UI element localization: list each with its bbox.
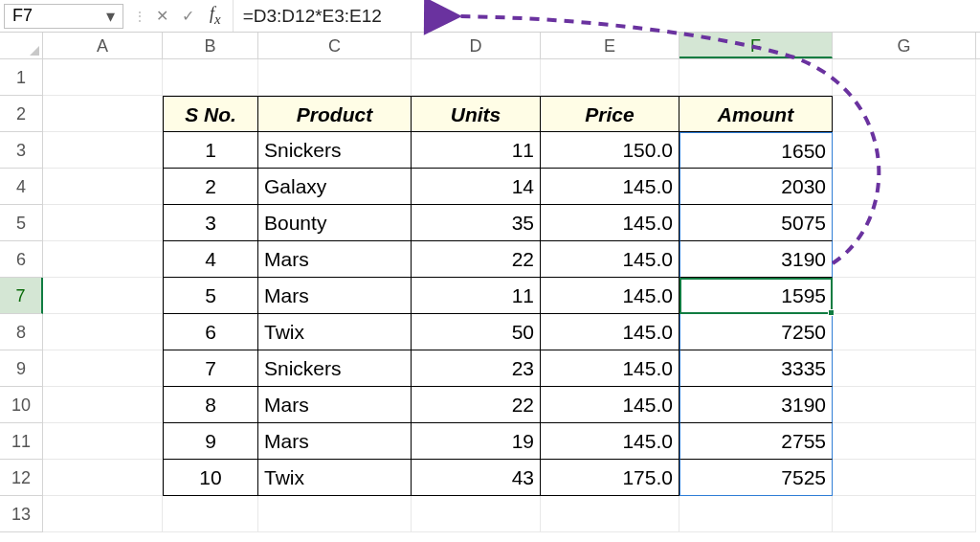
cell-product[interactable]: Bounty xyxy=(258,205,412,241)
cell[interactable] xyxy=(258,496,412,532)
cell-price[interactable]: 145.0 xyxy=(541,205,679,241)
row-header[interactable]: 8 xyxy=(0,314,43,350)
row-header[interactable]: 10 xyxy=(0,387,43,423)
cell-units[interactable]: 43 xyxy=(412,460,541,496)
cell[interactable] xyxy=(833,387,976,423)
cell-price[interactable]: 145.0 xyxy=(541,241,679,278)
header-product[interactable]: Product xyxy=(258,96,412,132)
cell-amount[interactable]: 7250 xyxy=(679,314,833,350)
cell-product[interactable]: Mars xyxy=(258,423,412,460)
cell-sno[interactable]: 6 xyxy=(163,314,258,350)
cell-amount[interactable]: 3190 xyxy=(679,241,833,278)
cell[interactable] xyxy=(833,59,976,96)
cell-product[interactable]: Twix xyxy=(258,314,412,350)
cell[interactable] xyxy=(833,132,976,169)
cell-price[interactable]: 145.0 xyxy=(541,387,679,423)
cell[interactable] xyxy=(163,59,258,96)
cell-amount[interactable]: 7525 xyxy=(679,460,833,496)
cell-units[interactable]: 50 xyxy=(412,314,541,350)
cell[interactable] xyxy=(679,496,833,532)
cell-product[interactable]: Snickers xyxy=(258,132,412,169)
cell-units[interactable]: 14 xyxy=(412,169,541,205)
cell[interactable] xyxy=(43,205,163,241)
col-header-G[interactable]: G xyxy=(833,33,976,58)
cell-amount[interactable]: 2030 xyxy=(679,169,833,205)
cell-amount[interactable]: 1650 xyxy=(679,132,833,169)
cell[interactable] xyxy=(43,241,163,278)
cell-price[interactable]: 175.0 xyxy=(541,460,679,496)
cell-units[interactable]: 11 xyxy=(412,132,541,169)
header-price[interactable]: Price xyxy=(541,96,679,132)
cell-price[interactable]: 145.0 xyxy=(541,169,679,205)
cell[interactable] xyxy=(163,496,258,532)
row-header[interactable]: 11 xyxy=(0,423,43,460)
cell-sno[interactable]: 5 xyxy=(163,278,258,314)
cell-product[interactable]: Mars xyxy=(258,387,412,423)
row-header[interactable]: 12 xyxy=(0,460,43,496)
cell[interactable] xyxy=(43,496,163,532)
cell[interactable] xyxy=(258,59,412,96)
cell-sno[interactable]: 10 xyxy=(163,460,258,496)
cell[interactable] xyxy=(541,59,679,96)
cell-product[interactable]: Galaxy xyxy=(258,169,412,205)
col-header-F[interactable]: F xyxy=(679,33,833,58)
cell-amount[interactable]: 3335 xyxy=(679,350,833,387)
cell-sno[interactable]: 9 xyxy=(163,423,258,460)
accept-icon[interactable]: ✓ xyxy=(178,7,198,25)
chevron-down-icon[interactable]: ▾ xyxy=(106,6,115,27)
cell[interactable] xyxy=(833,96,976,132)
cell-price[interactable]: 145.0 xyxy=(541,423,679,460)
cell[interactable] xyxy=(43,460,163,496)
cell[interactable] xyxy=(679,59,833,96)
cell[interactable] xyxy=(412,496,541,532)
row-header[interactable]: 6 xyxy=(0,241,43,278)
name-box[interactable]: F7 ▾ xyxy=(4,4,123,29)
cell[interactable] xyxy=(43,96,163,132)
cell-sno[interactable]: 1 xyxy=(163,132,258,169)
select-all-corner[interactable] xyxy=(0,33,43,58)
cell-product[interactable]: Mars xyxy=(258,278,412,314)
header-amount[interactable]: Amount xyxy=(679,96,833,132)
cell[interactable] xyxy=(833,314,976,350)
cell-sno[interactable]: 8 xyxy=(163,387,258,423)
cell[interactable] xyxy=(43,314,163,350)
cell-price[interactable]: 145.0 xyxy=(541,278,679,314)
cell[interactable] xyxy=(541,496,679,532)
cell-product[interactable]: Snickers xyxy=(258,350,412,387)
cell-amount[interactable]: 1595 xyxy=(679,278,833,314)
cell-units[interactable]: 11 xyxy=(412,278,541,314)
cell[interactable] xyxy=(43,387,163,423)
cell-units[interactable]: 22 xyxy=(412,241,541,278)
cell-sno[interactable]: 3 xyxy=(163,205,258,241)
cell[interactable] xyxy=(43,423,163,460)
cell[interactable] xyxy=(43,169,163,205)
cell[interactable] xyxy=(833,460,976,496)
formula-input[interactable]: =D3:D12*E3:E12 xyxy=(234,6,980,27)
row-header[interactable]: 2 xyxy=(0,96,43,132)
row-header[interactable]: 5 xyxy=(0,205,43,241)
header-sno[interactable]: S No. xyxy=(163,96,258,132)
col-header-B[interactable]: B xyxy=(163,33,258,58)
cell-product[interactable]: Twix xyxy=(258,460,412,496)
cell[interactable] xyxy=(833,169,976,205)
cell[interactable] xyxy=(43,278,163,314)
header-units[interactable]: Units xyxy=(412,96,541,132)
cell-units[interactable]: 35 xyxy=(412,205,541,241)
cell-amount[interactable]: 2755 xyxy=(679,423,833,460)
col-header-A[interactable]: A xyxy=(43,33,163,58)
cell[interactable] xyxy=(833,350,976,387)
cell-units[interactable]: 22 xyxy=(412,387,541,423)
row-header[interactable]: 13 xyxy=(0,496,43,532)
cell[interactable] xyxy=(833,423,976,460)
cell-amount[interactable]: 5075 xyxy=(679,205,833,241)
cell-sno[interactable]: 4 xyxy=(163,241,258,278)
row-header[interactable]: 7 xyxy=(0,278,43,314)
col-header-D[interactable]: D xyxy=(412,33,541,58)
cell-sno[interactable]: 2 xyxy=(163,169,258,205)
row-header[interactable]: 1 xyxy=(0,59,43,96)
col-header-C[interactable]: C xyxy=(258,33,412,58)
cell-amount[interactable]: 3190 xyxy=(679,387,833,423)
cell[interactable] xyxy=(412,59,541,96)
cell[interactable] xyxy=(43,59,163,96)
cell-units[interactable]: 23 xyxy=(412,350,541,387)
